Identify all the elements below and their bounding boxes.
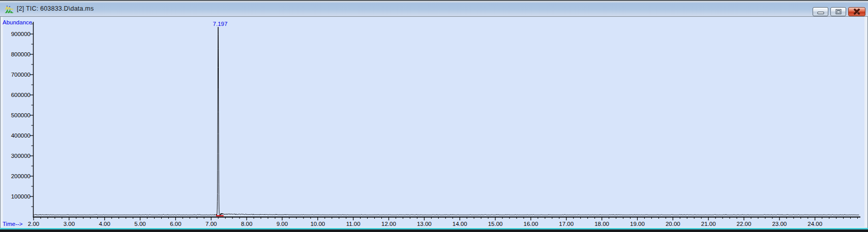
maximize-button[interactable] <box>830 7 846 16</box>
window-title: [2] TIC: 603833.D\data.ms <box>17 5 94 12</box>
close-button[interactable] <box>848 7 865 16</box>
chromatogram-window: [2] TIC: 603833.D\data.ms 2.003.004.005.… <box>0 0 868 232</box>
maximize-icon <box>835 9 841 14</box>
title-bar[interactable]: [2] TIC: 603833.D\data.ms <box>0 0 868 17</box>
window-controls <box>813 7 865 16</box>
minimize-icon <box>817 12 824 14</box>
minimize-button[interactable] <box>813 7 828 16</box>
bottom-edge-highlight <box>0 228 868 229</box>
chromatogram-icon[interactable] <box>5 6 14 14</box>
plot-area[interactable] <box>3 17 864 227</box>
